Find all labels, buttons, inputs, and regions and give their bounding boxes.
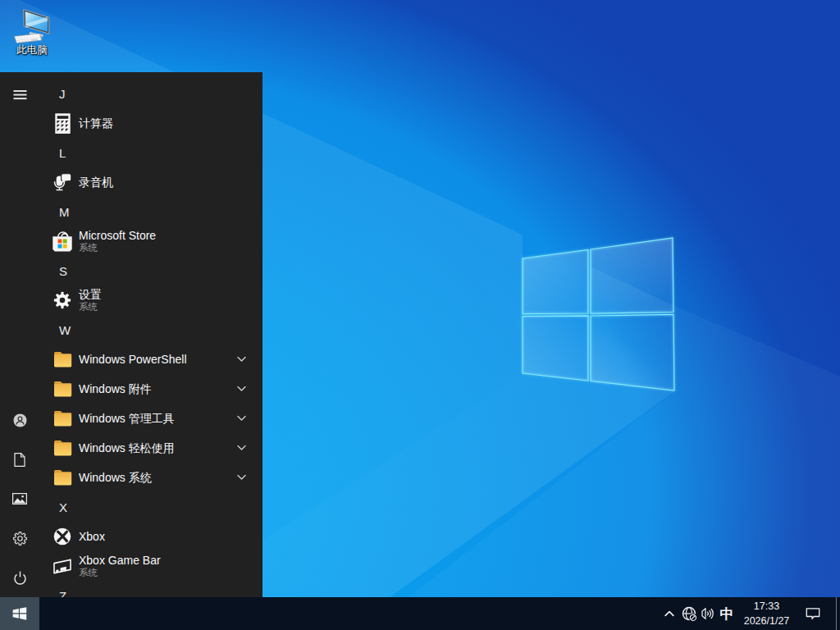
- microsoft-store-icon: [52, 231, 72, 252]
- volume-button[interactable]: [699, 597, 717, 630]
- app-item-voice-recorder[interactable]: 录音机: [39, 167, 262, 197]
- app-item-windows-ease-of-access[interactable]: Windows 轻松使用: [39, 433, 262, 463]
- app-icon-box: [39, 381, 79, 398]
- pictures-button[interactable]: [0, 479, 39, 518]
- documents-icon: [14, 453, 25, 467]
- chevron-down-icon: [237, 386, 246, 392]
- notification-bubble-icon: [806, 607, 820, 620]
- section-header-z[interactable]: Z: [39, 581, 262, 597]
- app-list: J 计算器 L: [39, 79, 262, 597]
- folder-chevron: [237, 386, 246, 392]
- network-button[interactable]: [679, 597, 699, 630]
- app-titles: Windows 系统: [79, 471, 152, 484]
- app-titles: Windows PowerShell: [79, 353, 187, 366]
- app-item-windows-accessories[interactable]: Windows 附件: [39, 374, 262, 404]
- app-icon-box: [39, 351, 79, 368]
- xbox-game-bar-icon: [52, 557, 72, 575]
- app-item-windows-system[interactable]: Windows 系统: [39, 463, 262, 492]
- section-header-x[interactable]: X: [39, 492, 262, 522]
- app-icon-box: [39, 410, 79, 427]
- app-item-xbox[interactable]: Xbox: [39, 522, 262, 551]
- tray-spacer: [829, 597, 836, 630]
- app-titles: Microsoft Store 系统: [79, 229, 156, 253]
- folder-chevron: [237, 475, 246, 481]
- app-item-windows-powershell[interactable]: Windows PowerShell: [39, 345, 262, 374]
- app-titles: Windows 轻松使用: [79, 441, 175, 454]
- tray-time: 17:33: [754, 600, 779, 613]
- hamburger-icon: [13, 90, 27, 100]
- chevron-up-icon: [664, 609, 674, 618]
- chevron-down-icon: [237, 475, 246, 481]
- action-center-button[interactable]: [797, 597, 829, 630]
- settings-button[interactable]: [0, 518, 39, 558]
- app-icon-box: [39, 440, 79, 457]
- start-button[interactable]: [0, 597, 39, 630]
- ime-mode-label: 中: [720, 605, 734, 623]
- app-titles: 设置 系统: [79, 288, 102, 313]
- app-icon-box: [39, 527, 79, 546]
- desktop-icon-label: 此电脑: [2, 44, 62, 56]
- folder-chevron: [237, 445, 246, 451]
- globe-no-internet-icon: [682, 606, 697, 622]
- power-button[interactable]: [0, 558, 39, 597]
- app-item-windows-admin-tools[interactable]: Windows 管理工具: [39, 404, 262, 433]
- hidden-icons-button[interactable]: [660, 597, 679, 630]
- calculator-icon: [55, 113, 71, 134]
- chevron-down-icon: [237, 445, 246, 451]
- app-item-xbox-game-bar[interactable]: Xbox Game Bar 系统: [39, 551, 262, 581]
- ime-mode-button[interactable]: 中: [717, 597, 737, 630]
- start-menu: J 计算器 L: [0, 72, 262, 597]
- app-item-microsoft-store[interactable]: Microsoft Store 系统: [39, 226, 262, 256]
- folder-chevron: [237, 416, 246, 422]
- section-header-w[interactable]: W: [39, 315, 262, 345]
- app-titles: 录音机: [79, 176, 113, 189]
- folder-icon: [53, 469, 72, 486]
- settings-gear-icon: [53, 291, 71, 309]
- app-titles: Xbox: [79, 530, 105, 543]
- this-pc-icon: [12, 4, 52, 43]
- pictures-icon: [12, 493, 27, 504]
- section-header-l[interactable]: L: [39, 138, 262, 167]
- app-icon-box: [39, 173, 79, 191]
- folder-icon: [53, 351, 72, 368]
- expand-menu-button[interactable]: [0, 75, 39, 115]
- app-icon-box: [39, 231, 79, 252]
- app-item-calculator[interactable]: 计算器: [39, 108, 262, 138]
- app-titles: Windows 附件: [79, 382, 152, 395]
- taskbar: 中 17:33 2026/1/27: [0, 597, 840, 630]
- folder-chevron: [237, 357, 246, 363]
- documents-button[interactable]: [0, 440, 39, 479]
- chevron-down-icon: [237, 357, 246, 363]
- start-menu-rail: [0, 72, 39, 597]
- section-header-m[interactable]: M: [39, 197, 262, 226]
- power-icon: [13, 571, 27, 585]
- xbox-icon: [53, 527, 71, 546]
- app-icon-box: [39, 469, 79, 486]
- app-titles: 计算器: [79, 116, 113, 130]
- app-icon-box: [39, 291, 79, 309]
- gear-icon: [13, 532, 27, 546]
- app-titles: Windows 管理工具: [79, 412, 175, 425]
- speaker-icon: [701, 607, 715, 620]
- app-item-settings[interactable]: 设置 系统: [39, 285, 262, 315]
- folder-icon: [53, 381, 72, 398]
- voice-recorder-icon: [53, 173, 72, 191]
- folder-icon: [53, 440, 72, 457]
- system-tray: 中 17:33 2026/1/27: [660, 597, 840, 630]
- show-desktop-button[interactable]: [837, 597, 840, 630]
- app-icon-box: [39, 557, 79, 575]
- folder-icon: [53, 410, 72, 427]
- user-icon: [13, 413, 27, 427]
- windows-logo-icon: [12, 606, 27, 621]
- app-titles: Xbox Game Bar 系统: [79, 554, 161, 578]
- tray-date: 2026/1/27: [744, 615, 790, 628]
- section-header-j[interactable]: J: [39, 79, 262, 108]
- section-header-s[interactable]: S: [39, 256, 262, 285]
- app-icon-box: [39, 113, 79, 134]
- clock-button[interactable]: 17:33 2026/1/27: [737, 597, 797, 630]
- chevron-down-icon: [237, 416, 246, 422]
- desktop-icon-this-pc[interactable]: 此电脑: [2, 4, 62, 56]
- user-button[interactable]: [0, 400, 39, 440]
